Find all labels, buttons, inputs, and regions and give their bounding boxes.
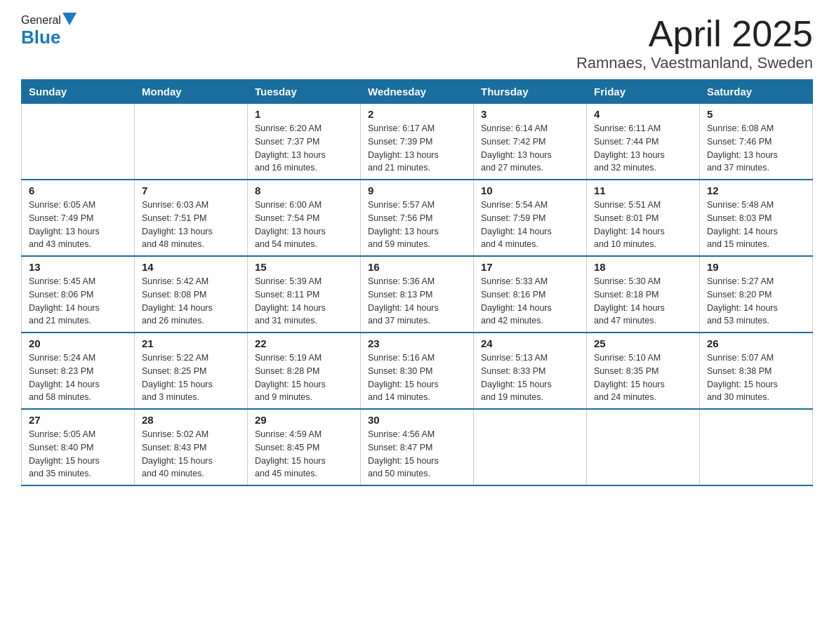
- day-number: 1: [255, 108, 353, 120]
- day-info: Sunrise: 6:08 AMSunset: 7:46 PMDaylight:…: [707, 122, 805, 175]
- day-info: Sunrise: 5:07 AMSunset: 8:38 PMDaylight:…: [707, 351, 805, 404]
- calendar-week-row: 20Sunrise: 5:24 AMSunset: 8:23 PMDayligh…: [22, 333, 813, 409]
- day-number: 7: [142, 185, 240, 196]
- day-number: 13: [29, 261, 127, 273]
- calendar-cell: 4Sunrise: 6:11 AMSunset: 7:44 PMDaylight…: [587, 104, 700, 180]
- day-number: 5: [707, 108, 805, 120]
- day-info: Sunrise: 6:03 AMSunset: 7:51 PMDaylight:…: [142, 199, 240, 251]
- logo-general-text: General: [21, 14, 61, 27]
- day-number: 9: [368, 185, 466, 196]
- day-info: Sunrise: 6:17 AMSunset: 7:39 PMDaylight:…: [368, 122, 466, 175]
- day-number: 8: [255, 185, 353, 196]
- weekday-header-saturday: Saturday: [700, 80, 813, 104]
- weekday-header-row: SundayMondayTuesdayWednesdayThursdayFrid…: [22, 80, 813, 104]
- calendar-cell: 14Sunrise: 5:42 AMSunset: 8:08 PMDayligh…: [135, 256, 248, 333]
- day-info: Sunrise: 5:05 AMSunset: 8:40 PMDaylight:…: [29, 428, 127, 481]
- day-info: Sunrise: 5:45 AMSunset: 8:06 PMDaylight:…: [29, 275, 127, 328]
- logo-triangle-icon: [62, 13, 77, 25]
- day-info: Sunrise: 5:16 AMSunset: 8:30 PMDaylight:…: [368, 351, 466, 404]
- calendar-cell: 27Sunrise: 5:05 AMSunset: 8:40 PMDayligh…: [22, 409, 135, 485]
- weekday-header-sunday: Sunday: [22, 80, 135, 104]
- day-number: 23: [368, 337, 466, 349]
- day-info: Sunrise: 5:42 AMSunset: 8:08 PMDaylight:…: [142, 275, 240, 328]
- calendar-week-row: 6Sunrise: 6:05 AMSunset: 7:49 PMDaylight…: [22, 180, 813, 256]
- calendar-cell: 2Sunrise: 6:17 AMSunset: 7:39 PMDaylight…: [361, 104, 474, 180]
- day-info: Sunrise: 5:19 AMSunset: 8:28 PMDaylight:…: [255, 351, 353, 404]
- calendar-cell: 23Sunrise: 5:16 AMSunset: 8:30 PMDayligh…: [361, 333, 474, 409]
- calendar-week-row: 1Sunrise: 6:20 AMSunset: 7:37 PMDaylight…: [22, 104, 813, 180]
- calendar-subtitle: Ramnaes, Vaestmanland, Sweden: [576, 54, 813, 72]
- day-number: 20: [29, 337, 127, 349]
- calendar-cell: 11Sunrise: 5:51 AMSunset: 8:01 PMDayligh…: [587, 180, 700, 256]
- calendar-cell: 9Sunrise: 5:57 AMSunset: 7:56 PMDaylight…: [361, 180, 474, 256]
- calendar-cell: [135, 104, 248, 180]
- calendar-cell: 26Sunrise: 5:07 AMSunset: 8:38 PMDayligh…: [700, 333, 813, 409]
- calendar-cell: 24Sunrise: 5:13 AMSunset: 8:33 PMDayligh…: [474, 333, 587, 409]
- day-info: Sunrise: 4:56 AMSunset: 8:47 PMDaylight:…: [368, 428, 466, 481]
- calendar-cell: 15Sunrise: 5:39 AMSunset: 8:11 PMDayligh…: [248, 256, 361, 333]
- day-number: 22: [255, 337, 353, 349]
- calendar-title: April 2025: [576, 14, 813, 54]
- day-number: 2: [368, 108, 466, 120]
- calendar-cell: [587, 409, 700, 485]
- calendar-cell: 7Sunrise: 6:03 AMSunset: 7:51 PMDaylight…: [135, 180, 248, 256]
- day-number: 30: [368, 414, 466, 426]
- day-info: Sunrise: 5:22 AMSunset: 8:25 PMDaylight:…: [142, 351, 240, 404]
- day-info: Sunrise: 5:02 AMSunset: 8:43 PMDaylight:…: [142, 428, 240, 481]
- calendar-cell: 21Sunrise: 5:22 AMSunset: 8:25 PMDayligh…: [135, 333, 248, 409]
- day-info: Sunrise: 6:20 AMSunset: 7:37 PMDaylight:…: [255, 122, 353, 175]
- day-info: Sunrise: 5:33 AMSunset: 8:16 PMDaylight:…: [481, 275, 579, 328]
- calendar-cell: 1Sunrise: 6:20 AMSunset: 7:37 PMDaylight…: [248, 104, 361, 180]
- calendar-cell: 12Sunrise: 5:48 AMSunset: 8:03 PMDayligh…: [700, 180, 813, 256]
- day-info: Sunrise: 5:51 AMSunset: 8:01 PMDaylight:…: [594, 199, 692, 251]
- calendar-cell: 5Sunrise: 6:08 AMSunset: 7:46 PMDaylight…: [700, 104, 813, 180]
- day-info: Sunrise: 4:59 AMSunset: 8:45 PMDaylight:…: [255, 428, 353, 481]
- weekday-header-tuesday: Tuesday: [248, 80, 361, 104]
- day-info: Sunrise: 6:11 AMSunset: 7:44 PMDaylight:…: [594, 122, 692, 175]
- day-number: 16: [368, 261, 466, 273]
- day-number: 4: [594, 108, 692, 120]
- calendar-header: SundayMondayTuesdayWednesdayThursdayFrid…: [22, 80, 813, 104]
- calendar-cell: [22, 104, 135, 180]
- calendar-cell: 22Sunrise: 5:19 AMSunset: 8:28 PMDayligh…: [248, 333, 361, 409]
- calendar-cell: 6Sunrise: 6:05 AMSunset: 7:49 PMDaylight…: [22, 180, 135, 256]
- calendar-body: 1Sunrise: 6:20 AMSunset: 7:37 PMDaylight…: [22, 104, 813, 486]
- calendar-cell: 19Sunrise: 5:27 AMSunset: 8:20 PMDayligh…: [700, 256, 813, 333]
- day-info: Sunrise: 6:05 AMSunset: 7:49 PMDaylight:…: [29, 199, 127, 251]
- calendar-cell: 18Sunrise: 5:30 AMSunset: 8:18 PMDayligh…: [587, 256, 700, 333]
- weekday-header-friday: Friday: [587, 80, 700, 104]
- calendar-cell: 30Sunrise: 4:56 AMSunset: 8:47 PMDayligh…: [361, 409, 474, 485]
- day-number: 18: [594, 261, 692, 273]
- day-number: 21: [142, 337, 240, 349]
- day-number: 12: [707, 185, 805, 196]
- day-info: Sunrise: 5:48 AMSunset: 8:03 PMDaylight:…: [707, 199, 805, 251]
- day-info: Sunrise: 6:14 AMSunset: 7:42 PMDaylight:…: [481, 122, 579, 175]
- day-info: Sunrise: 5:13 AMSunset: 8:33 PMDaylight:…: [481, 351, 579, 404]
- day-number: 19: [707, 261, 805, 273]
- day-info: Sunrise: 5:30 AMSunset: 8:18 PMDaylight:…: [594, 275, 692, 328]
- day-number: 28: [142, 414, 240, 426]
- day-info: Sunrise: 5:24 AMSunset: 8:23 PMDaylight:…: [29, 351, 127, 404]
- day-number: 14: [142, 261, 240, 273]
- day-number: 3: [481, 108, 579, 120]
- calendar-cell: 17Sunrise: 5:33 AMSunset: 8:16 PMDayligh…: [474, 256, 587, 333]
- calendar-cell: 29Sunrise: 4:59 AMSunset: 8:45 PMDayligh…: [248, 409, 361, 485]
- day-info: Sunrise: 5:36 AMSunset: 8:13 PMDaylight:…: [368, 275, 466, 328]
- day-number: 25: [594, 337, 692, 349]
- calendar-cell: 20Sunrise: 5:24 AMSunset: 8:23 PMDayligh…: [22, 333, 135, 409]
- calendar-week-row: 27Sunrise: 5:05 AMSunset: 8:40 PMDayligh…: [22, 409, 813, 485]
- day-number: 29: [255, 414, 353, 426]
- day-number: 10: [481, 185, 579, 196]
- day-info: Sunrise: 5:57 AMSunset: 7:56 PMDaylight:…: [368, 199, 466, 251]
- day-info: Sunrise: 5:39 AMSunset: 8:11 PMDaylight:…: [255, 275, 353, 328]
- calendar-cell: [474, 409, 587, 485]
- weekday-header-wednesday: Wednesday: [361, 80, 474, 104]
- calendar-cell: 28Sunrise: 5:02 AMSunset: 8:43 PMDayligh…: [135, 409, 248, 485]
- day-number: 11: [594, 185, 692, 196]
- calendar-cell: 25Sunrise: 5:10 AMSunset: 8:35 PMDayligh…: [587, 333, 700, 409]
- calendar-table: SundayMondayTuesdayWednesdayThursdayFrid…: [21, 79, 813, 486]
- weekday-header-monday: Monday: [135, 80, 248, 104]
- calendar-cell: 3Sunrise: 6:14 AMSunset: 7:42 PMDaylight…: [474, 104, 587, 180]
- day-number: 24: [481, 337, 579, 349]
- day-info: Sunrise: 5:10 AMSunset: 8:35 PMDaylight:…: [594, 351, 692, 404]
